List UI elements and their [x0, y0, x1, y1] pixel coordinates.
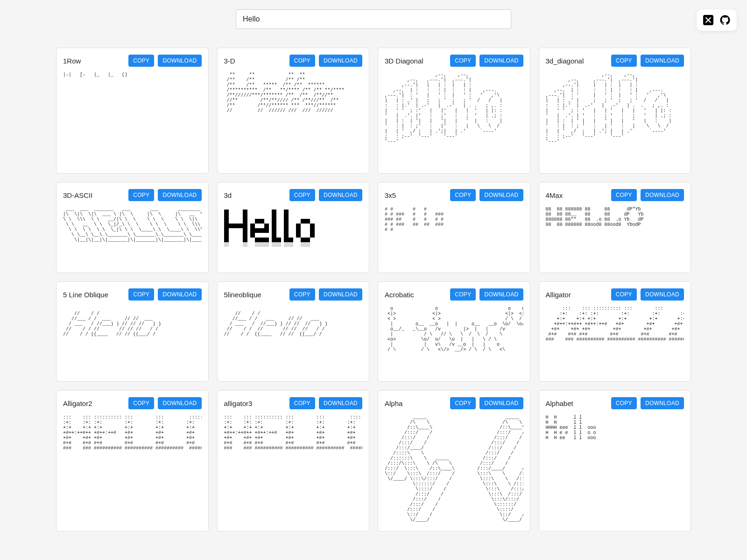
font-name: alligator3	[224, 399, 253, 407]
font-card: AlphaCOPYDOWNLOAD _____ _____ /\ \ /\ \ …	[378, 390, 530, 532]
download-button[interactable]: DOWNLOAD	[319, 55, 362, 67]
ascii-art: ,--, ,--, ,--, ,---.'| ,---.'| ,--.'| | …	[546, 72, 684, 144]
ascii-art: // / / //___ / / ___ // // ___ / ___ / /…	[63, 306, 202, 337]
font-card: Alligator2COPYDOWNLOAD::: ::: ::::::::::…	[56, 390, 209, 532]
download-button[interactable]: DOWNLOAD	[479, 288, 523, 301]
download-button[interactable]: DOWNLOAD	[319, 397, 362, 409]
ascii-art: |-| [- |_ |_ ()	[63, 72, 202, 77]
font-card: AcrobaticCOPYDOWNLOAD o o o o <|> <|> <|…	[378, 281, 530, 382]
font-name: 5 Line Oblique	[63, 291, 108, 299]
ascii-art: // / / //___ / / ___ // // ___ / ___ / /…	[224, 306, 363, 337]
font-name: 4Max	[546, 191, 563, 199]
font-card: alligator3COPYDOWNLOAD::: ::: ::::::::::…	[217, 390, 370, 532]
ascii-art: o o o o <|> <|> <|> <|> < > < > / \ / \ …	[385, 306, 523, 352]
font-card: AlligatorCOPYDOWNLOAD ::: ::: ::::::::::…	[539, 281, 691, 382]
font-card: 3-DCOPYDOWNLOAD ** ** ** ** /** /** /** …	[217, 48, 370, 174]
font-card: 3x5COPYDOWNLOAD# # # # # # ### # # ### #…	[378, 182, 530, 273]
ascii-art: ::: ::: :::::::::: ::: ::: :::::::: :+: …	[224, 415, 363, 451]
download-button[interactable]: DOWNLOAD	[158, 288, 201, 301]
ascii-art: ** ** ** ** /** /** /** /** /** /** ****…	[224, 72, 363, 113]
ascii-art: ,--, ,--, ,--, ,---.'| ,---.'| ,--.'| | …	[385, 72, 523, 144]
search-input[interactable]	[236, 9, 511, 29]
copy-button[interactable]: COPY	[450, 55, 476, 67]
social-links-box	[697, 9, 737, 31]
github-icon[interactable]	[720, 15, 730, 25]
copy-button[interactable]: COPY	[611, 288, 637, 301]
ascii-art	[224, 207, 363, 247]
ascii-art: # # # # # # ### # # ### ### ## # # # # #…	[385, 207, 523, 232]
font-name: 3d	[224, 191, 232, 199]
font-card: 5 Line ObliqueCOPYDOWNLOAD // / / //___ …	[56, 281, 209, 382]
copy-button[interactable]: COPY	[128, 189, 154, 201]
copy-button[interactable]: COPY	[289, 288, 315, 301]
copy-button[interactable]: COPY	[289, 397, 315, 409]
ascii-art: ___ ___ _______ ___ ___ ________ |\ \|\ …	[63, 207, 202, 243]
copy-button[interactable]: COPY	[611, 55, 637, 67]
font-name: Alphabet	[546, 399, 573, 407]
ascii-art: 88 88 888888 88 88 dP"Yb 88 88 88__ 88 8…	[546, 207, 684, 227]
copy-button[interactable]: COPY	[611, 189, 637, 201]
ascii-art: H H l l H H l l HHHH eee l l ooo H H e e…	[546, 415, 684, 441]
font-card: 4MaxCOPYDOWNLOAD88 88 888888 88 88 dP"Yb…	[539, 182, 691, 273]
download-button[interactable]: DOWNLOAD	[641, 288, 684, 301]
download-button[interactable]: DOWNLOAD	[479, 189, 523, 201]
font-card: 5lineobliqueCOPYDOWNLOAD // / / //___ / …	[217, 281, 370, 382]
copy-button[interactable]: COPY	[128, 397, 154, 409]
x-twitter-icon[interactable]	[703, 15, 713, 25]
font-name: 3d_diagonal	[546, 57, 584, 65]
copy-button[interactable]: COPY	[611, 397, 637, 409]
font-name: 3D-ASCII	[63, 191, 92, 199]
copy-button[interactable]: COPY	[289, 189, 315, 201]
font-name: 3x5	[385, 191, 396, 199]
font-card: 3D-ASCIICOPYDOWNLOAD ___ ___ _______ ___…	[56, 182, 209, 273]
download-button[interactable]: DOWNLOAD	[641, 55, 684, 67]
font-card: 1RowCOPYDOWNLOAD|-| [- |_ |_ ()	[56, 48, 209, 174]
copy-button[interactable]: COPY	[128, 55, 154, 67]
font-name: 1Row	[63, 57, 81, 65]
download-button[interactable]: DOWNLOAD	[319, 288, 362, 301]
download-button[interactable]: DOWNLOAD	[641, 397, 684, 409]
font-name: Acrobatic	[385, 291, 414, 299]
copy-button[interactable]: COPY	[289, 55, 315, 67]
copy-button[interactable]: COPY	[450, 189, 476, 201]
copy-button[interactable]: COPY	[450, 397, 476, 409]
download-button[interactable]: DOWNLOAD	[319, 189, 362, 201]
font-card: 3D DiagonalCOPYDOWNLOAD ,--, ,--, ,--, ,…	[378, 48, 530, 174]
font-name: Alligator	[546, 291, 571, 299]
ascii-art: ::: ::: :::::::::: ::: ::: :::::::: :+: …	[63, 415, 202, 451]
ascii-art: ::: ::: :::::::::: ::: ::: :::::::: :+: …	[546, 306, 684, 342]
download-button[interactable]: DOWNLOAD	[158, 189, 201, 201]
font-name: Alligator2	[63, 399, 92, 407]
font-card: AlphabetCOPYDOWNLOADH H l l H H l l HHHH…	[539, 390, 691, 532]
copy-button[interactable]: COPY	[128, 288, 154, 301]
font-name: 5lineoblique	[224, 291, 261, 299]
font-card: 3dCOPYDOWNLOAD	[217, 182, 370, 273]
download-button[interactable]: DOWNLOAD	[641, 189, 684, 201]
font-name: 3D Diagonal	[385, 57, 423, 65]
font-name: Alpha	[385, 399, 402, 407]
download-button[interactable]: DOWNLOAD	[479, 55, 523, 67]
font-name: 3-D	[224, 57, 235, 65]
ascii-art: _____ _____ /\ \ /\ \ /::\____\ /::\____…	[385, 415, 523, 523]
copy-button[interactable]: COPY	[450, 288, 476, 301]
download-button[interactable]: DOWNLOAD	[158, 55, 201, 67]
font-card: 3d_diagonalCOPYDOWNLOAD ,--, ,--, ,--, ,…	[539, 48, 691, 174]
download-button[interactable]: DOWNLOAD	[479, 397, 523, 409]
download-button[interactable]: DOWNLOAD	[158, 397, 201, 409]
